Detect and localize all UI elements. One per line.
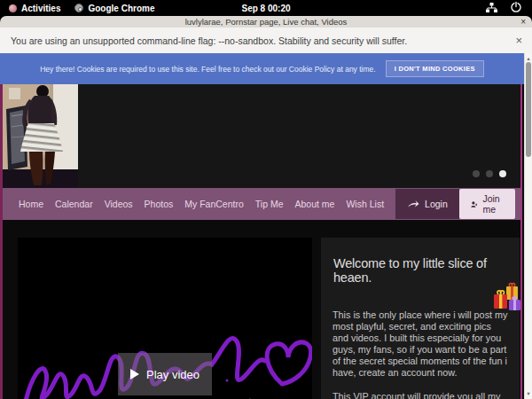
gnome-top-bar: Activities Google Chrome Sep 8 00:20 xyxy=(0,0,532,16)
nav-item-about-me[interactable]: About me xyxy=(295,199,335,209)
video-panel: Play video xyxy=(18,238,312,399)
app-menu-google-chrome[interactable]: Google Chrome xyxy=(74,4,154,13)
welcome-panel: Welcome to my little slice of heaen. Thi… xyxy=(321,238,520,399)
join-me-label: Join me xyxy=(482,193,504,215)
page-border xyxy=(520,84,522,399)
nav-item-calendar[interactable]: Calendar xyxy=(55,199,93,209)
scrollbar-thumb[interactable] xyxy=(526,62,531,157)
activities-dot-icon xyxy=(9,4,17,12)
cookie-banner: Hey there! Cookies are required to use t… xyxy=(0,53,524,84)
carousel-dot-2[interactable] xyxy=(486,170,493,177)
activities-button[interactable]: Activities xyxy=(9,4,60,13)
join-me-button[interactable]: Join me xyxy=(459,189,515,219)
welcome-paragraph-2: This VIP account will provide you all my… xyxy=(332,391,508,399)
chrome-infobar: You are using an unsupported command-lin… xyxy=(0,27,532,53)
cookie-message: Hey there! Cookies are required to use t… xyxy=(40,65,375,74)
accept-cookies-button[interactable]: I DON'T MIND COOKIES xyxy=(386,60,484,77)
play-icon xyxy=(130,369,139,379)
login-label: Login xyxy=(425,199,448,209)
play-video-label: Play video xyxy=(146,368,200,381)
play-video-button[interactable]: Play video xyxy=(118,353,212,395)
carousel-dot-1[interactable] xyxy=(473,170,480,177)
chrome-icon xyxy=(74,4,83,12)
site-nav: Home Calendar Videos Photos My FanCentro… xyxy=(3,188,520,220)
carousel-dots xyxy=(473,170,506,177)
browser-viewport: Hey there! Cookies are required to use t… xyxy=(0,53,524,399)
welcome-heading: Welcome to my little slice of heaen. xyxy=(333,256,507,285)
tab-close-icon[interactable]: × xyxy=(520,16,526,27)
infobar-close-icon[interactable]: × xyxy=(515,34,522,47)
power-icon[interactable] xyxy=(511,0,521,16)
activities-label: Activities xyxy=(21,4,60,13)
site-page: Home Calendar Videos Photos My FanCentro… xyxy=(0,84,524,399)
login-button[interactable]: Login xyxy=(395,189,459,219)
page-title: luvlylarae, Pornstar page, Live chat, Vi… xyxy=(185,17,348,27)
gifts-icon[interactable] xyxy=(492,281,524,313)
clock[interactable]: Sep 8 00:20 xyxy=(241,4,290,13)
network-icon[interactable] xyxy=(486,0,497,16)
login-arrow-icon xyxy=(407,200,419,208)
scrollbar-up-icon[interactable]: ▲ xyxy=(525,56,532,61)
nav-item-tip-me[interactable]: Tip Me xyxy=(255,199,284,209)
welcome-paragraph-1: This is the only place where i will post… xyxy=(332,309,508,379)
infobar-message: You are using an unsupported command-lin… xyxy=(11,35,407,46)
page-scrollbar[interactable]: ▲ ▼ xyxy=(524,53,532,399)
hero-photo xyxy=(3,84,78,188)
browser-title-bar: luvlylarae, Pornstar page, Live chat, Vi… xyxy=(0,16,532,27)
nav-item-home[interactable]: Home xyxy=(19,199,43,209)
scrollbar-down-icon[interactable]: ▼ xyxy=(525,391,532,396)
nav-item-videos[interactable]: Videos xyxy=(105,199,133,209)
nav-item-wish-list[interactable]: Wish List xyxy=(346,199,384,209)
nav-item-my-fancentro[interactable]: My FanCentro xyxy=(184,199,244,209)
app-menu-label: Google Chrome xyxy=(88,4,154,13)
carousel-dot-3-active[interactable] xyxy=(499,170,506,177)
nav-item-photos[interactable]: Photos xyxy=(145,199,174,209)
hero-carousel xyxy=(3,84,520,188)
add-user-icon xyxy=(471,200,478,209)
